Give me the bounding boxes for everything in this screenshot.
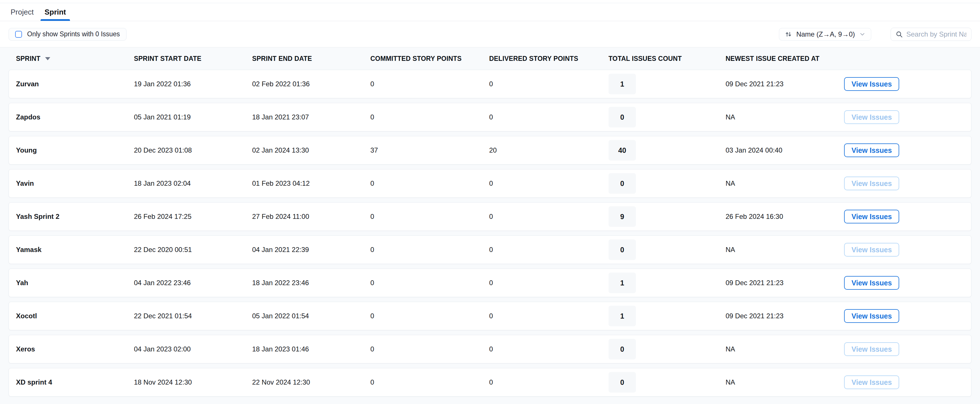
table-row: Young 20 Dec 2023 01:08 02 Jan 2024 13:3… bbox=[9, 136, 971, 164]
sprint-start-date: 18 Nov 2024 12:30 bbox=[134, 378, 252, 386]
sprint-start-date: 04 Jan 2023 02:00 bbox=[134, 345, 252, 353]
committed-story-points: 0 bbox=[371, 113, 489, 121]
delivered-story-points: 0 bbox=[489, 212, 608, 220]
table-row: XD sprint 4 18 Nov 2024 12:30 22 Nov 202… bbox=[9, 368, 971, 396]
sort-arrows-icon bbox=[784, 30, 792, 38]
total-issues-badge: 9 bbox=[608, 206, 636, 227]
search-icon bbox=[896, 30, 903, 38]
sprint-name: Young bbox=[16, 146, 134, 154]
total-issues-badge: 1 bbox=[608, 74, 636, 94]
total-issues-badge: 0 bbox=[608, 372, 636, 393]
table-row: Yavin 18 Jan 2023 02:04 01 Feb 2023 04:1… bbox=[9, 169, 971, 198]
tab-bar: Project Sprint bbox=[0, 3, 980, 21]
sprint-start-date: 20 Dec 2023 01:08 bbox=[134, 146, 252, 154]
total-issues-badge: 0 bbox=[608, 107, 636, 128]
chevron-down-icon bbox=[859, 31, 866, 38]
delivered-story-points: 0 bbox=[489, 179, 608, 187]
column-header-committed: COMMITTED STORY POINTS bbox=[371, 55, 489, 62]
sprint-end-date: 02 Feb 2022 01:36 bbox=[252, 80, 371, 88]
sprint-end-date: 04 Jan 2021 22:39 bbox=[252, 246, 371, 254]
table-row: Yamask 22 Dec 2020 00:51 04 Jan 2021 22:… bbox=[9, 235, 971, 264]
sort-desc-icon bbox=[45, 57, 50, 60]
sprint-name: Zapdos bbox=[16, 113, 134, 121]
table-row: Yah 04 Jan 2022 23:46 18 Jan 2022 23:46 … bbox=[9, 268, 971, 297]
newest-issue-date: 09 Dec 2021 21:23 bbox=[725, 312, 844, 320]
total-issues-badge: 0 bbox=[608, 240, 636, 260]
committed-story-points: 0 bbox=[371, 312, 489, 320]
column-header-delivered: DELIVERED STORY POINTS bbox=[489, 55, 608, 62]
total-issues-badge: 1 bbox=[608, 306, 636, 326]
sprint-end-date: 05 Jan 2022 01:54 bbox=[252, 312, 371, 320]
view-issues-button[interactable]: View Issues bbox=[844, 276, 899, 290]
delivered-story-points: 20 bbox=[489, 146, 608, 154]
tab-project-label: Project bbox=[11, 8, 34, 17]
column-header-newest-issue: NEWEST ISSUE CREATED AT bbox=[725, 55, 844, 62]
committed-story-points: 0 bbox=[371, 212, 489, 220]
newest-issue-date: NA bbox=[725, 113, 844, 121]
sprint-name: Yamask bbox=[16, 246, 134, 254]
committed-story-points: 0 bbox=[371, 279, 489, 287]
newest-issue-date: NA bbox=[725, 179, 844, 187]
total-issues-badge: 1 bbox=[608, 273, 636, 293]
sprint-start-date: 26 Feb 2024 17:25 bbox=[134, 212, 252, 220]
delivered-story-points: 0 bbox=[489, 279, 608, 287]
sprint-start-date: 18 Jan 2023 02:04 bbox=[134, 179, 252, 187]
sprint-name: Xocotl bbox=[16, 312, 134, 320]
sprint-search bbox=[891, 28, 971, 41]
newest-issue-date: NA bbox=[725, 378, 844, 386]
table-row: Yash Sprint 2 26 Feb 2024 17:25 27 Feb 2… bbox=[9, 202, 971, 231]
committed-story-points: 0 bbox=[371, 179, 489, 187]
zero-issues-checkbox[interactable] bbox=[15, 31, 22, 38]
delivered-story-points: 0 bbox=[489, 80, 608, 88]
view-issues-button[interactable]: View Issues bbox=[844, 309, 899, 323]
sprint-table: SPRINT SPRINT START DATE SPRINT END DATE… bbox=[0, 48, 980, 404]
column-header-sprint[interactable]: SPRINT bbox=[16, 55, 134, 62]
committed-story-points: 37 bbox=[371, 146, 489, 154]
tab-project[interactable]: Project bbox=[6, 3, 38, 21]
sprint-name: Yah bbox=[16, 279, 134, 287]
sprint-name: Yavin bbox=[16, 179, 134, 187]
filter-bar: Only show Sprints with 0 Issues Name (Z→… bbox=[0, 21, 980, 48]
table-header-row: SPRINT SPRINT START DATE SPRINT END DATE… bbox=[9, 48, 971, 70]
zero-issues-filter-label: Only show Sprints with 0 Issues bbox=[27, 30, 120, 38]
sprint-name: Yash Sprint 2 bbox=[16, 212, 134, 220]
table-row: Xocotl 22 Dec 2021 01:54 05 Jan 2022 01:… bbox=[9, 302, 971, 330]
sprint-end-date: 22 Nov 2024 12:30 bbox=[252, 378, 371, 386]
tab-sprint-label: Sprint bbox=[45, 8, 66, 17]
view-issues-button[interactable]: View Issues bbox=[844, 144, 899, 157]
column-header-sprint-label: SPRINT bbox=[16, 55, 41, 62]
total-issues-badge: 0 bbox=[608, 173, 636, 194]
tab-sprint[interactable]: Sprint bbox=[41, 3, 70, 21]
sprint-start-date: 22 Dec 2021 01:54 bbox=[134, 312, 252, 320]
newest-issue-date: 09 Dec 2021 21:23 bbox=[725, 279, 844, 287]
search-input[interactable] bbox=[906, 30, 967, 38]
delivered-story-points: 0 bbox=[489, 312, 608, 320]
newest-issue-date: 03 Jan 2024 00:40 bbox=[725, 146, 844, 154]
committed-story-points: 0 bbox=[371, 80, 489, 88]
view-issues-button-disabled: View Issues bbox=[844, 342, 899, 356]
total-issues-badge: 0 bbox=[608, 339, 636, 359]
sprint-start-date: 05 Jan 2021 01:19 bbox=[134, 113, 252, 121]
table-row: Zurvan 19 Jan 2022 01:36 02 Feb 2022 01:… bbox=[9, 70, 971, 98]
sprint-start-date: 19 Jan 2022 01:36 bbox=[134, 80, 252, 88]
total-issues-badge: 40 bbox=[608, 140, 636, 161]
delivered-story-points: 0 bbox=[489, 378, 608, 386]
delivered-story-points: 0 bbox=[489, 345, 608, 353]
sprint-end-date: 27 Feb 2024 11:00 bbox=[252, 212, 371, 220]
committed-story-points: 0 bbox=[371, 345, 489, 353]
newest-issue-date: 26 Feb 2024 16:30 bbox=[725, 212, 844, 220]
committed-story-points: 0 bbox=[371, 378, 489, 386]
sort-dropdown[interactable]: Name (Z→A, 9→0) bbox=[779, 28, 871, 41]
delivered-story-points: 0 bbox=[489, 246, 608, 254]
sprint-end-date: 18 Jan 2021 23:07 bbox=[252, 113, 371, 121]
sort-dropdown-label: Name (Z→A, 9→0) bbox=[796, 30, 855, 38]
sprint-name: Xeros bbox=[16, 345, 134, 353]
sprint-name: Zurvan bbox=[16, 80, 134, 88]
view-issues-button[interactable]: View Issues bbox=[844, 77, 899, 91]
view-issues-button-disabled: View Issues bbox=[844, 110, 899, 124]
committed-story-points: 0 bbox=[371, 246, 489, 254]
column-header-total-issues: TOTAL ISSUES COUNT bbox=[608, 55, 725, 62]
zero-issues-filter[interactable]: Only show Sprints with 0 Issues bbox=[9, 28, 127, 41]
table-row: Zapdos 05 Jan 2021 01:19 18 Jan 2021 23:… bbox=[9, 103, 971, 131]
view-issues-button[interactable]: View Issues bbox=[844, 210, 899, 224]
